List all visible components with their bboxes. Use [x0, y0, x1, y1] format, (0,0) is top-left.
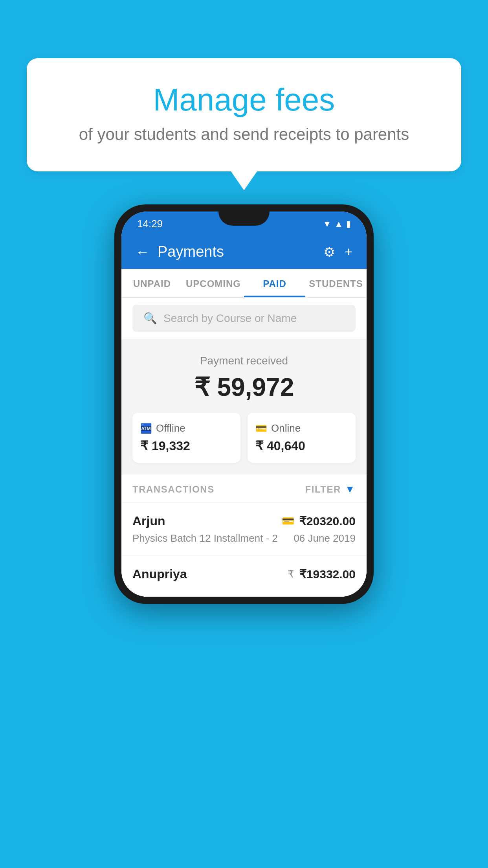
bubble-subtitle: of your students and send receipts to pa… — [58, 125, 430, 144]
transaction-top-1: Arjun 💳 ₹20320.00 — [132, 514, 356, 528]
filter-button[interactable]: FILTER ▼ — [305, 483, 356, 495]
status-time: 14:29 — [137, 218, 163, 230]
back-button[interactable]: ← — [136, 244, 150, 260]
transaction-row[interactable]: Arjun 💳 ₹20320.00 Physics Batch 12 Insta… — [121, 503, 367, 556]
offline-amount: ₹ 19,332 — [140, 438, 233, 453]
bubble-title: Manage fees — [58, 82, 430, 118]
battery-icon: ▮ — [346, 219, 351, 229]
offline-label: Offline — [156, 422, 185, 434]
transactions-header: TRANSACTIONS FILTER ▼ — [121, 474, 367, 503]
search-input[interactable]: Search by Course or Name — [163, 312, 297, 325]
tab-unpaid[interactable]: UNPAID — [121, 269, 183, 297]
payment-cards: 🏧 Offline ₹ 19,332 💳 Online ₹ 40,640 — [132, 413, 356, 463]
phone-mockup: 14:29 ▼ ▲ ▮ ← Payments ⚙ + UNPAID — [114, 204, 374, 604]
online-amount: ₹ 40,640 — [255, 438, 348, 453]
transaction-name-1: Arjun — [132, 514, 165, 528]
transactions-label: TRANSACTIONS — [132, 484, 215, 495]
transaction-amount-1: ₹20320.00 — [299, 514, 356, 528]
wifi-icon: ▼ — [323, 219, 331, 229]
offline-icon: 🏧 — [140, 423, 152, 434]
transaction-date-1: 06 June 2019 — [294, 532, 356, 544]
offline-card-header: 🏧 Offline — [140, 422, 233, 434]
payment-summary: Payment received ₹ 59,972 🏧 Offline ₹ 19… — [121, 339, 367, 474]
transaction-name-2: Anupriya — [132, 567, 187, 581]
tab-upcoming[interactable]: UPCOMING — [183, 269, 244, 297]
transaction-amount-wrapper-2: ₹ ₹19332.00 — [288, 567, 356, 581]
speech-bubble-container: Manage fees of your students and send re… — [27, 58, 461, 171]
online-card: 💳 Online ₹ 40,640 — [248, 413, 356, 463]
payment-total: ₹ 59,972 — [132, 373, 356, 402]
transaction-top-2: Anupriya ₹ ₹19332.00 — [132, 567, 356, 581]
online-label: Online — [271, 422, 301, 434]
search-container: 🔍 Search by Course or Name — [121, 298, 367, 339]
transaction-bottom-1: Physics Batch 12 Installment - 2 06 June… — [132, 532, 356, 544]
app-bar-title: Payments — [158, 243, 224, 260]
tab-students[interactable]: STUDENTS — [305, 269, 367, 297]
settings-button[interactable]: ⚙ — [323, 244, 335, 260]
transaction-row-2[interactable]: Anupriya ₹ ₹19332.00 — [121, 556, 367, 597]
signal-icon: ▲ — [334, 219, 343, 229]
status-icons: ▼ ▲ ▮ — [323, 219, 351, 229]
online-icon: 💳 — [255, 423, 267, 434]
speech-bubble: Manage fees of your students and send re… — [27, 58, 461, 171]
app-bar-actions: ⚙ + — [323, 244, 352, 260]
transaction-amount-wrapper-1: 💳 ₹20320.00 — [282, 514, 356, 528]
transaction-course-1: Physics Batch 12 Installment - 2 — [132, 532, 278, 544]
transaction-rupee-icon-2: ₹ — [288, 568, 294, 580]
filter-icon: ▼ — [345, 483, 356, 495]
app-bar-left: ← Payments — [136, 243, 224, 260]
app-bar: ← Payments ⚙ + — [121, 235, 367, 269]
add-button[interactable]: + — [345, 244, 352, 259]
tab-paid[interactable]: PAID — [244, 269, 305, 297]
search-box[interactable]: 🔍 Search by Course or Name — [132, 305, 356, 332]
tabs-bar: UNPAID UPCOMING PAID STUDENTS — [121, 269, 367, 298]
transaction-amount-2: ₹19332.00 — [299, 567, 356, 581]
payment-received-label: Payment received — [132, 355, 356, 367]
transaction-card-icon-1: 💳 — [282, 515, 294, 527]
search-icon: 🔍 — [143, 312, 157, 325]
phone-screen: 14:29 ▼ ▲ ▮ ← Payments ⚙ + UNPAID — [121, 211, 367, 597]
offline-card: 🏧 Offline ₹ 19,332 — [132, 413, 240, 463]
filter-label: FILTER — [305, 484, 341, 495]
phone-notch — [218, 211, 270, 226]
online-card-header: 💳 Online — [255, 422, 348, 434]
